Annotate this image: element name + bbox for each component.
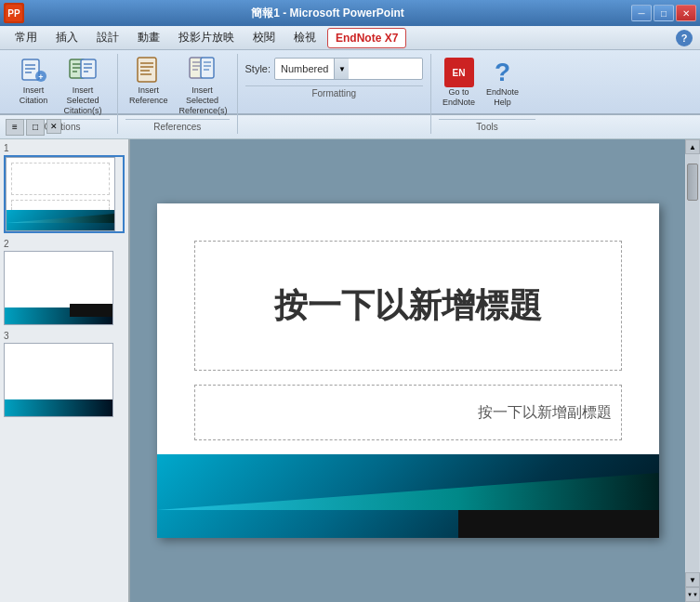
menu-item-design[interactable]: 設計 [89,27,126,48]
slide-3-thumbnail[interactable] [4,343,125,417]
insert-selected-citations-label: Insert Selected Citation(s) [59,85,106,115]
slide-2-number: 2 [4,239,125,249]
endnote-help-icon: ? [488,58,518,87]
insert-selected-references-button[interactable]: Insert Selected Reference(s) [176,54,230,117]
svg-rect-17 [138,58,156,82]
formatting-group: Style: Numbered ▼ Formatting [238,54,432,134]
goto-endnote-label: Go to EndNote [442,87,475,108]
slide-decoration [157,454,659,538]
references-group: Insert Reference [118,54,238,134]
menu-item-slideshow[interactable]: 投影片放映 [171,27,242,48]
menu-item-animation[interactable]: 動畫 [130,27,167,48]
scroll-thumb[interactable] [687,164,698,201]
goto-endnote-icon: EN [444,58,474,87]
slide-2-thumbnail[interactable] [4,251,125,325]
insert-citation-button[interactable]: + Insert Citation [15,54,52,108]
title-bar: PP 簡報1 - Microsoft PowerPoint ─ □ ✕ [0,0,700,26]
minimize-button[interactable]: ─ [631,5,652,21]
maximize-button[interactable]: □ [654,5,674,21]
slide-1-preview [6,157,115,231]
tools-group: EN Go to EndNote ? EndNote Help [431,54,543,134]
insert-citation-label: Insert Citation [20,85,48,106]
help-icon[interactable]: ? [676,30,693,46]
style-label: Style: [245,63,271,74]
menu-item-home[interactable]: 常用 [7,27,45,48]
scroll-track [686,154,699,572]
canvas-area: 按一下以新增標題 按一下以新增副標題 [130,139,685,602]
tools-group-label: Tools [439,119,535,132]
insert-citation-icon: + [19,56,48,85]
menu-item-review[interactable]: 校閱 [245,27,283,48]
svg-text:+: + [38,72,43,82]
close-button[interactable]: ✕ [676,5,696,21]
style-dropdown[interactable]: Numbered ▼ [274,58,423,80]
slide-3-number: 3 [4,331,125,341]
style-value: Numbered [275,63,334,74]
formatting-group-label: Formatting [245,85,424,98]
vertical-scrollbar: ▲ ▼ ▼▼ [685,139,700,602]
svg-text:PP: PP [7,8,20,19]
slide-subtitle-area[interactable]: 按一下以新增副標題 [194,385,622,440]
slide-2-preview [4,251,113,325]
style-dropdown-arrow[interactable]: ▼ [334,59,349,79]
insert-reference-icon [134,56,164,85]
slide-1-thumbnail[interactable] [4,155,125,233]
menu-item-endnote[interactable]: EndNote X7 [327,28,406,48]
slide-canvas[interactable]: 按一下以新增標題 按一下以新增副標題 [157,203,659,538]
scroll-up-button[interactable]: ▲ [685,139,700,154]
scroll-bottom-button[interactable]: ▼▼ [685,587,700,602]
slide-2-container: 2 [4,239,125,325]
window-controls: ─ □ ✕ [631,5,696,21]
insert-selected-references-icon [188,56,218,85]
scroll-down-button[interactable]: ▼ [685,572,700,587]
app-logo: PP [4,3,24,23]
slide-panel: 1 2 3 [0,139,130,602]
slide-subtitle-text: 按一下以新增副標題 [478,403,612,423]
references-group-label: References [125,119,230,132]
panel-tab-outline[interactable]: ≡ [6,119,24,136]
svg-rect-13 [81,59,96,78]
menu-bar: 常用 插入 設計 動畫 投影片放映 校閱 檢視 EndNote X7 ? [0,26,700,50]
slide-1-number: 1 [4,143,125,153]
goto-endnote-button[interactable]: EN Go to EndNote [439,56,479,110]
svg-rect-26 [201,58,214,78]
menu-item-insert[interactable]: 插入 [48,27,86,48]
window-title: 簡報1 - Microsoft PowerPoint [24,6,631,21]
slide-1-container: 1 [4,143,125,233]
panel-close-button[interactable]: ✕ [46,119,61,134]
insert-reference-button[interactable]: Insert Reference [125,54,172,108]
panel-tabs: ≡ □ ✕ [6,119,61,136]
insert-selected-citations-icon [68,56,98,85]
panel-tab-slides[interactable]: □ [26,119,45,136]
endnote-help-button[interactable]: ? EndNote Help [482,56,522,110]
slide-3-preview [4,343,113,417]
slide-title-text: 按一下以新增標題 [274,283,542,329]
menu-item-view[interactable]: 檢視 [286,27,324,48]
ribbon: + Insert Citation [0,50,700,115]
insert-selected-citations-button[interactable]: Insert Selected Citation(s) [56,54,110,117]
endnote-help-label: EndNote Help [486,87,519,108]
main-area: 1 2 3 [0,139,700,602]
slide-3-container: 3 [4,331,125,417]
insert-selected-references-label: Insert Selected Reference(s) [179,85,226,115]
insert-reference-label: Insert Reference [129,85,168,106]
slide-title-area[interactable]: 按一下以新增標題 [194,241,622,371]
